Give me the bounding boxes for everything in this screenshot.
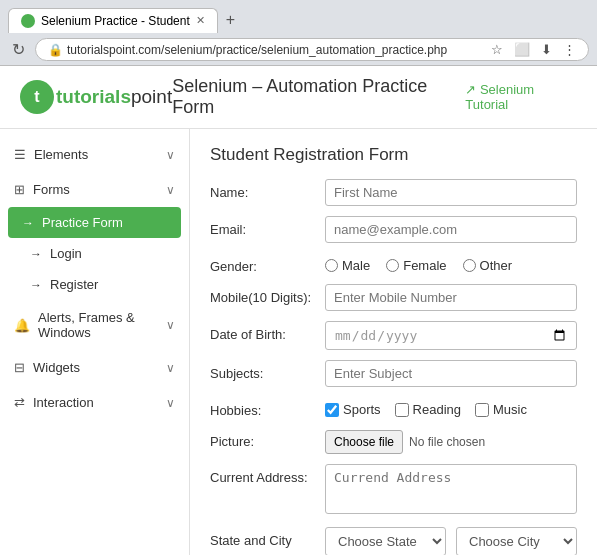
email-label: Email: [210, 216, 325, 237]
sidebar-item-practice-form[interactable]: → Practice Form [8, 207, 181, 238]
hobby-reading-checkbox[interactable] [395, 403, 409, 417]
reload-button[interactable]: ↻ [8, 38, 29, 61]
sidebar-section-interaction[interactable]: ⇄ Interaction ∨ [0, 385, 189, 420]
gender-radio-group: Male Female Other [325, 253, 577, 273]
address-label: Current Address: [210, 464, 325, 485]
address-row: Current Address: [210, 464, 577, 517]
alerts-chevron: ∨ [166, 318, 175, 332]
sidebar: ☰ Elements ∨ ⊞ Forms ∨ → Practice Form → [0, 129, 190, 555]
address-field [325, 464, 577, 517]
hobby-music-text: Music [493, 402, 527, 417]
email-input[interactable] [325, 216, 577, 243]
url-actions: ☆ ⬜ ⬇ ⋮ [491, 42, 576, 57]
content-area: ☰ Elements ∨ ⊞ Forms ∨ → Practice Form → [0, 129, 597, 555]
city-select[interactable]: Choose City [456, 527, 577, 555]
mobile-input[interactable] [325, 284, 577, 311]
logo: t tutorialspoint [20, 80, 172, 114]
sidebar-section-elements[interactable]: ☰ Elements ∨ [0, 137, 189, 172]
gender-female-radio[interactable] [386, 259, 399, 272]
hobby-sports-label[interactable]: Sports [325, 402, 381, 417]
sidebar-item-login[interactable]: → Login [0, 238, 189, 269]
state-city-field: Choose State Choose City [325, 527, 577, 555]
subjects-label: Subjects: [210, 360, 325, 381]
alerts-icon: 🔔 [14, 318, 30, 333]
widgets-chevron: ∨ [166, 361, 175, 375]
address-bar: ↻ 🔒 tutorialspoint.com/selenium/practice… [0, 34, 597, 65]
state-city-row: State and City Choose State Choose City [210, 527, 577, 555]
tab-bar: Selenium Practice - Student ✕ + [0, 0, 597, 34]
tab-title: Selenium Practice - Student [41, 14, 190, 28]
logo-icon-text: t [34, 88, 39, 106]
new-tab-button[interactable]: + [218, 6, 243, 34]
elements-chevron: ∨ [166, 148, 175, 162]
state-city-label: State and City [210, 527, 325, 548]
tab-close-button[interactable]: ✕ [196, 14, 205, 27]
hobbies-label: Hobbies: [210, 397, 325, 418]
gender-female-label[interactable]: Female [386, 258, 446, 273]
logo-icon: t [20, 80, 54, 114]
mobile-row: Mobile(10 Digits): [210, 284, 577, 311]
main-content: Student Registration Form Name: Email: G… [190, 129, 597, 555]
dob-input[interactable] [325, 321, 577, 350]
sidebar-item-register[interactable]: → Register [0, 269, 189, 300]
dob-field-wrap [325, 321, 577, 350]
form-title: Student Registration Form [210, 145, 577, 165]
page: t tutorialspoint Selenium – Automation P… [0, 66, 597, 555]
subjects-field-wrap [325, 360, 577, 387]
sidebar-section-widgets[interactable]: ⊟ Widgets ∨ [0, 350, 189, 385]
gender-other-label[interactable]: Other [463, 258, 513, 273]
name-field [325, 179, 577, 206]
subjects-input[interactable] [325, 360, 577, 387]
picture-field: Choose file No file chosen [325, 428, 577, 454]
dob-row: Date of Birth: [210, 321, 577, 350]
hobby-sports-checkbox[interactable] [325, 403, 339, 417]
site-header: t tutorialspoint Selenium – Automation P… [0, 66, 597, 129]
alerts-text: Alerts, Frames & Windows [38, 310, 166, 340]
site-title: Selenium – Automation Practice Form [172, 76, 465, 118]
gender-male-text: Male [342, 258, 370, 273]
gender-male-radio[interactable] [325, 259, 338, 272]
sidebar-section-alerts[interactable]: 🔔 Alerts, Frames & Windows ∨ [0, 300, 189, 350]
forms-label: ⊞ Forms [14, 182, 70, 197]
hobby-reading-label[interactable]: Reading [395, 402, 461, 417]
url-box[interactable]: 🔒 tutorialspoint.com/selenium/practice/s… [35, 38, 589, 61]
picture-row: Picture: Choose file No file chosen [210, 428, 577, 454]
selenium-tutorial-link[interactable]: Selenium Tutorial [465, 82, 577, 112]
widgets-label: ⊟ Widgets [14, 360, 80, 375]
interaction-text: Interaction [33, 395, 94, 410]
hobby-music-checkbox[interactable] [475, 403, 489, 417]
gender-other-radio[interactable] [463, 259, 476, 272]
interaction-chevron: ∨ [166, 396, 175, 410]
browser-tab[interactable]: Selenium Practice - Student ✕ [8, 8, 218, 33]
hobbies-row: Hobbies: Sports Reading Musi [210, 397, 577, 418]
secure-icon: 🔒 [48, 43, 63, 57]
login-label: Login [50, 246, 82, 261]
name-input[interactable] [325, 179, 577, 206]
email-field-wrap [325, 216, 577, 243]
gender-label: Gender: [210, 253, 325, 274]
hobby-music-label[interactable]: Music [475, 402, 527, 417]
hobbies-field: Sports Reading Music [325, 397, 577, 417]
practice-form-label: Practice Form [42, 215, 123, 230]
elements-icon: ☰ [14, 147, 26, 162]
sidebar-section-forms[interactable]: ⊞ Forms ∨ [0, 172, 189, 207]
elements-text: Elements [34, 147, 88, 162]
address-textarea[interactable] [325, 464, 577, 514]
login-arrow: → [30, 247, 42, 261]
forms-text: Forms [33, 182, 70, 197]
subjects-row: Subjects: [210, 360, 577, 387]
state-select[interactable]: Choose State [325, 527, 446, 555]
interaction-label: ⇄ Interaction [14, 395, 94, 410]
gender-female-text: Female [403, 258, 446, 273]
logo-text: tutorialspoint [56, 86, 172, 108]
choose-file-button[interactable]: Choose file [325, 430, 403, 454]
no-file-label: No file chosen [409, 435, 485, 449]
forms-icon: ⊞ [14, 182, 25, 197]
elements-label: ☰ Elements [14, 147, 88, 162]
gender-male-label[interactable]: Male [325, 258, 370, 273]
hobbies-checkbox-group: Sports Reading Music [325, 397, 577, 417]
alerts-label: 🔔 Alerts, Frames & Windows [14, 310, 166, 340]
url-text: tutorialspoint.com/selenium/practice/sel… [67, 43, 447, 57]
tab-favicon [21, 14, 35, 28]
widgets-text: Widgets [33, 360, 80, 375]
